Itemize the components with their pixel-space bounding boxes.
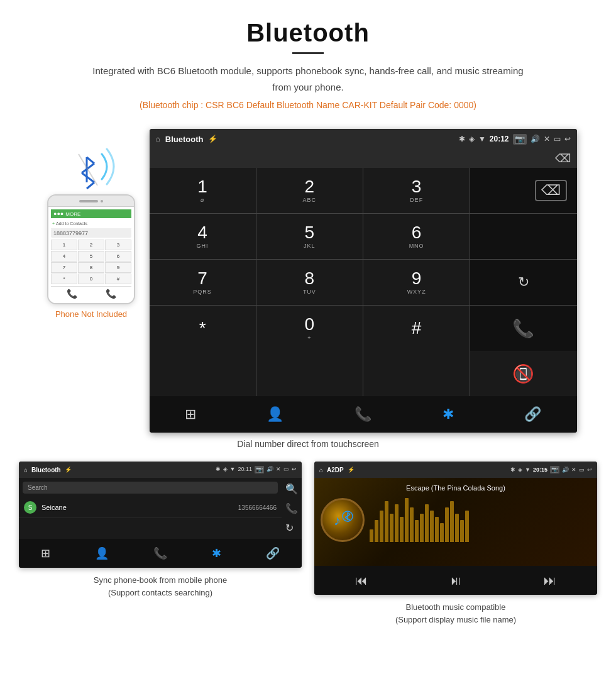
dial-key-delete[interactable]: ⌫: [470, 168, 576, 213]
dial-key-reload[interactable]: ↻: [470, 260, 576, 305]
dial-end-button-real[interactable]: 📵: [470, 351, 576, 396]
pb-nav-phone[interactable]: 📞: [153, 546, 167, 560]
dial-bottom-nav: ⊞ 👤 📞 ✱ 🔗: [150, 396, 577, 433]
dial-key-4[interactable]: 4 GHI: [150, 214, 256, 259]
music-art-container: ♪: [321, 498, 591, 542]
x-icon: ✕: [544, 135, 550, 143]
dial-key-star[interactable]: *: [150, 306, 256, 351]
phone-key-3[interactable]: 3: [105, 240, 131, 250]
delete-icon[interactable]: ⌫: [555, 152, 571, 165]
pb-home-icon: ⌂: [24, 467, 28, 473]
pb-back-icon: ↩: [292, 466, 297, 473]
nav-phone-icon[interactable]: 📞: [355, 406, 371, 423]
phone-dialpad: 1 2 3 4 5 6 7 8 9 * 0 #: [51, 240, 131, 284]
back-icon: ↩: [564, 135, 571, 143]
title-divider: [292, 52, 324, 54]
bottom-panels: ⌂ Bluetooth ⚡ ✱ ◈ ▼ 20:11 📷 🔊 ✕ ▭ ↩: [0, 462, 616, 645]
dial-key-7[interactable]: 7 PQRS: [150, 260, 256, 305]
phone-add-contact: + Add to Contacts: [51, 220, 131, 229]
eq-bar: [455, 514, 459, 542]
eq-bar: [425, 504, 429, 542]
pb-cam-icon: 📷: [255, 466, 264, 473]
nav-grid-icon[interactable]: ⊞: [185, 406, 196, 423]
dial-key-6[interactable]: 6 MNO: [363, 214, 470, 259]
svg-line-2: [82, 163, 94, 173]
phone-key-5[interactable]: 5: [78, 251, 104, 262]
phone-key-8[interactable]: 8: [78, 262, 104, 273]
eq-bar: [435, 517, 439, 542]
pb-search-bar[interactable]: Search: [23, 482, 278, 494]
phone-key-4[interactable]: 4: [51, 251, 77, 262]
dial-key-0[interactable]: 0 +: [256, 306, 363, 351]
pb-nav-bt[interactable]: ✱: [212, 546, 221, 560]
pb-search-right-icon[interactable]: 🔍: [285, 483, 298, 495]
phone-key-0[interactable]: 0: [78, 274, 104, 284]
pb-nav-user[interactable]: 👤: [95, 546, 109, 560]
phone-speaker: [79, 200, 98, 202]
eq-bar: [375, 520, 378, 542]
phone-key-star[interactable]: *: [51, 274, 77, 284]
volume-icon: 🔊: [531, 135, 540, 143]
eq-bar: [405, 498, 409, 542]
dial-key-hash[interactable]: #: [363, 306, 470, 351]
music-equalizer: [370, 498, 591, 542]
music-status-left: ⌂ A2DP ⚡: [319, 467, 355, 473]
wifi-status-icon: ▼: [478, 135, 486, 143]
phone-call-button[interactable]: 📞: [106, 289, 116, 299]
nav-link-icon[interactable]: 🔗: [524, 406, 541, 423]
pb-phone-right-icon[interactable]: 📞: [285, 502, 298, 514]
dial-key-1[interactable]: 1 ⌀: [150, 168, 256, 213]
pb-reload-right-icon[interactable]: ↻: [285, 522, 298, 534]
call-icon: 📞: [512, 318, 534, 339]
dial-key-call[interactable]: 📞: [470, 306, 576, 351]
eq-bar: [370, 529, 373, 542]
page-title: Bluetooth: [13, 19, 603, 47]
nav-contacts-icon[interactable]: 👤: [267, 406, 283, 423]
phone-key-1[interactable]: 1: [51, 240, 77, 250]
phonebook-screen: ⌂ Bluetooth ⚡ ✱ ◈ ▼ 20:11 📷 🔊 ✕ ▭ ↩: [19, 462, 302, 568]
music-prev-icon[interactable]: ⏮: [355, 573, 368, 588]
music-play-pause-icon[interactable]: ⏯: [449, 573, 462, 588]
phone-not-included-label: Phone Not Included: [55, 309, 127, 319]
phone-key-hash[interactable]: #: [105, 274, 131, 284]
music-song-title: Escape (The Pina Colada Song): [406, 484, 505, 492]
pb-screen-title: Bluetooth: [31, 467, 61, 473]
eq-bar: [385, 501, 388, 542]
dial-key-8[interactable]: 8 TUV: [256, 260, 363, 305]
phone-key-7[interactable]: 7: [51, 262, 77, 273]
music-cam-icon: 📷: [550, 466, 559, 473]
pb-nav-link[interactable]: 🔗: [266, 546, 280, 560]
phone-end-button[interactable]: 📞: [67, 289, 77, 299]
specs-line: (Bluetooth chip : CSR BC6 Default Blueto…: [13, 100, 603, 110]
music-back-icon: ↩: [587, 467, 592, 473]
dial-key-empty-1: [470, 214, 576, 259]
music-screen-body: Escape (The Pina Colada Song) ♪: [314, 478, 597, 566]
pb-x-icon: ✕: [276, 466, 281, 473]
pb-nav-grid[interactable]: ⊞: [41, 546, 50, 560]
dial-key-2[interactable]: 2 ABC: [256, 168, 363, 213]
pb-main-area: Search S Seicane 13566664466 🔍 📞 ↻: [19, 478, 302, 539]
pb-win-icon: ▭: [283, 466, 289, 473]
eq-bar: [390, 514, 393, 542]
phone-camera: [101, 200, 103, 202]
dial-status-bar: ⌂ Bluetooth ⚡ ✱ ◈ ▼ 20:12 📷 🔊 ✕ ▭ ↩: [150, 129, 577, 149]
dial-key-3[interactable]: 3 DEF: [363, 168, 470, 213]
music-next-icon[interactable]: ⏭: [544, 573, 556, 588]
dial-bottom-actions: 📵: [150, 351, 577, 396]
dial-key-5[interactable]: 5 JKL: [256, 214, 363, 259]
music-time: 20:15: [533, 467, 547, 473]
dial-caption: Dial number direct from touchscreen: [0, 439, 616, 449]
svg-text:♪: ♪: [334, 512, 341, 528]
bluetooth-signal-icon: [63, 141, 119, 194]
music-usb-icon: ⚡: [348, 467, 355, 473]
pb-contact-number: 13566664466: [238, 504, 277, 511]
music-home-icon: ⌂: [319, 467, 323, 473]
nav-bt-icon[interactable]: ✱: [443, 406, 454, 423]
pb-bottom-nav: ⊞ 👤 📞 ✱ 🔗: [19, 539, 302, 568]
dial-key-9[interactable]: 9 WXYZ: [363, 260, 470, 305]
phone-key-6[interactable]: 6: [105, 251, 131, 262]
dial-add-call-empty: [363, 351, 470, 396]
eq-bar: [410, 507, 414, 542]
phone-key-9[interactable]: 9: [105, 262, 131, 273]
phone-key-2[interactable]: 2: [78, 240, 104, 250]
